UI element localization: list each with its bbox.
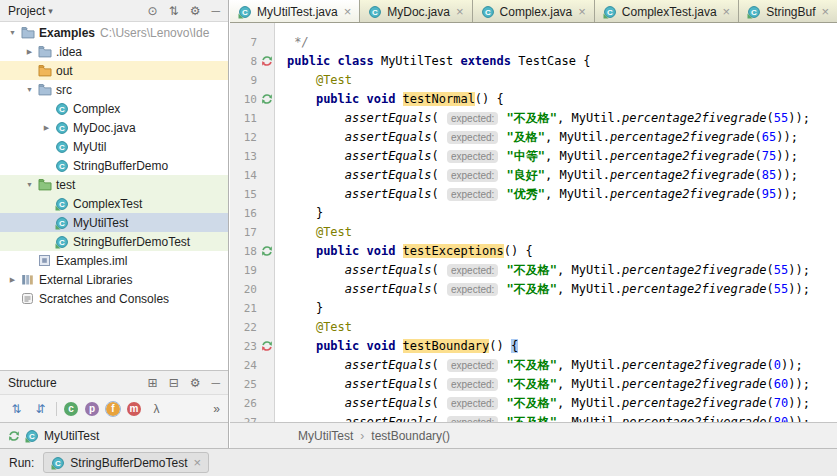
show-fields-icon[interactable]: f bbox=[106, 402, 120, 416]
collapse-all-icon[interactable]: ⇅ bbox=[169, 5, 179, 17]
test-class-icon: C bbox=[25, 429, 39, 443]
code-text: } bbox=[287, 204, 323, 223]
code-line-19[interactable]: 19 assertEquals( expected: "不及格", MyUtil… bbox=[230, 261, 837, 280]
tree-item-out[interactable]: out bbox=[0, 61, 228, 80]
project-panel-title[interactable]: Project bbox=[8, 4, 45, 18]
tree-item-scratches-and-consoles[interactable]: Scratches and Consoles bbox=[0, 289, 228, 308]
code-line-11[interactable]: 11 assertEquals( expected: "不及格", MyUtil… bbox=[230, 109, 837, 128]
code-line-16[interactable]: 16 } bbox=[230, 204, 837, 223]
editor-tab-myutiltest-java[interactable]: CMyUtilTest.java× bbox=[230, 0, 360, 23]
code-line-21[interactable]: 21 } bbox=[230, 299, 837, 318]
editor-tab-stringbuf[interactable]: CStringBuf× bbox=[739, 0, 837, 23]
svg-text:C: C bbox=[55, 459, 61, 468]
class-run-gutter-icon[interactable] bbox=[261, 340, 273, 352]
show-methods-icon[interactable]: m bbox=[127, 402, 141, 416]
test-class-icon: C bbox=[51, 456, 65, 470]
close-tab-icon[interactable]: × bbox=[344, 5, 352, 18]
show-lambdas-icon[interactable]: λ bbox=[148, 400, 165, 417]
code-line-18[interactable]: 18 public void testExceptions() { bbox=[230, 242, 837, 261]
code-line-27[interactable]: 27 assertEquals( expected: "不及格", MyUtil… bbox=[230, 413, 837, 422]
code-line-17[interactable]: 17 @Test bbox=[230, 223, 837, 242]
svg-text:C: C bbox=[607, 8, 613, 17]
tree-item--idea[interactable]: ▶.idea bbox=[0, 42, 228, 61]
tree-item-src[interactable]: ▼src bbox=[0, 80, 228, 99]
code-line-25[interactable]: 25 assertEquals( expected: "不及格", MyUtil… bbox=[230, 375, 837, 394]
code-line-23[interactable]: 23 public void testBoundary() { bbox=[230, 337, 837, 356]
tree-item-complex[interactable]: CComplex bbox=[0, 99, 228, 118]
expanded-arrow-icon[interactable]: ▼ bbox=[23, 86, 36, 93]
test-run-gutter-icon[interactable] bbox=[261, 245, 273, 257]
tree-item-examples[interactable]: ▼ExamplesC:\Users\Lenovo\Ide bbox=[0, 23, 228, 42]
show-classes-icon[interactable]: c bbox=[64, 402, 78, 416]
line-number: 15 bbox=[230, 185, 257, 204]
hide-panel-icon[interactable]: ─ bbox=[211, 377, 220, 389]
show-properties-icon[interactable]: p bbox=[85, 402, 99, 416]
code-line-22[interactable]: 22 @Test bbox=[230, 318, 837, 337]
tree-item-test[interactable]: ▼test bbox=[0, 175, 228, 194]
run-tab-stringbufferdemotest[interactable]: C StringBufferDemoTest × bbox=[43, 452, 209, 473]
tree-item-examples-iml[interactable]: Examples.iml bbox=[0, 251, 228, 270]
tree-item-myutil[interactable]: CMyUtil bbox=[0, 137, 228, 156]
tree-item-stringbufferdemo[interactable]: CStringBufferDemo bbox=[0, 156, 228, 175]
close-tab-icon[interactable]: × bbox=[456, 5, 464, 18]
hide-panel-icon[interactable]: ─ bbox=[211, 5, 220, 17]
code-line-20[interactable]: 20 assertEquals( expected: "不及格", MyUtil… bbox=[230, 280, 837, 299]
code-line-12[interactable]: 12 assertEquals( expected: "及格", MyUtil.… bbox=[230, 128, 837, 147]
editor-tab-complextest-java[interactable]: CComplexTest.java× bbox=[595, 0, 739, 23]
expanded-arrow-icon[interactable]: ▼ bbox=[23, 181, 36, 188]
settings-icon[interactable]: ⚙ bbox=[190, 5, 201, 17]
code-line-24[interactable]: 24 assertEquals( expected: "不及格", MyUtil… bbox=[230, 356, 837, 375]
test-class-icon: C bbox=[603, 5, 617, 19]
sort-by-visibility-icon[interactable]: ⇵ bbox=[32, 400, 49, 417]
sort-alphabetically-icon[interactable]: ⇅ bbox=[8, 400, 25, 417]
close-tab-icon[interactable]: × bbox=[822, 5, 830, 18]
tab-label: MyUtilTest.java bbox=[257, 5, 338, 19]
chevron-down-icon[interactable]: ▾ bbox=[48, 6, 53, 16]
editor[interactable]: 7 */8public class MyUtilTest extends Tes… bbox=[230, 23, 837, 422]
code-line-10[interactable]: 10 public void testNormal() { bbox=[230, 90, 837, 109]
tree-item-complextest[interactable]: CComplexTest bbox=[0, 194, 228, 213]
run-config-label[interactable]: MyUtilTest bbox=[44, 429, 99, 443]
tree-item-label: External Libraries bbox=[39, 273, 132, 287]
svg-text:C: C bbox=[59, 124, 65, 133]
editor-tab-mydoc-java[interactable]: CMyDoc.java× bbox=[360, 0, 472, 23]
collapsed-arrow-icon[interactable]: ▶ bbox=[40, 124, 53, 132]
test-class-icon: C bbox=[747, 5, 761, 19]
tree-item-stringbufferdemotest[interactable]: CStringBufferDemoTest bbox=[0, 232, 228, 251]
test-run-gutter-icon[interactable] bbox=[261, 93, 273, 105]
editor-tab-complex-java[interactable]: CComplex.java× bbox=[473, 0, 595, 23]
structure-toolbar: ⇅⇵cpfmλ» bbox=[0, 394, 228, 422]
tree-item-label: Complex bbox=[73, 102, 120, 116]
expand-all-icon[interactable]: ⊞ bbox=[148, 377, 158, 389]
code-line-26[interactable]: 26 assertEquals( expected: "不及格", MyUtil… bbox=[230, 394, 837, 413]
breadcrumb-item[interactable]: testBoundary() bbox=[371, 429, 450, 443]
rerun-tests-icon[interactable] bbox=[8, 430, 20, 442]
code-line-8[interactable]: 8public class MyUtilTest extends TestCas… bbox=[230, 52, 837, 71]
line-number: 26 bbox=[230, 394, 257, 413]
collapse-all-icon[interactable]: ⊟ bbox=[169, 377, 179, 389]
code-line-13[interactable]: 13 assertEquals( expected: "中等", MyUtil.… bbox=[230, 147, 837, 166]
code-text: */ bbox=[287, 33, 309, 52]
tree-item-myutiltest[interactable]: CMyUtilTest bbox=[0, 213, 228, 232]
line-number: 8 bbox=[230, 52, 257, 71]
class-run-gutter-icon[interactable] bbox=[261, 55, 273, 67]
close-tab-icon[interactable]: × bbox=[578, 5, 586, 18]
collapsed-arrow-icon[interactable]: ▶ bbox=[6, 276, 19, 284]
locate-icon[interactable]: ⊙ bbox=[148, 5, 158, 17]
settings-icon[interactable]: ⚙ bbox=[190, 377, 201, 389]
expanded-arrow-icon[interactable]: ▼ bbox=[6, 29, 19, 36]
code-line-14[interactable]: 14 assertEquals( expected: "良好", MyUtil.… bbox=[230, 166, 837, 185]
collapsed-arrow-icon[interactable]: ▶ bbox=[23, 48, 36, 56]
line-number: 27 bbox=[230, 413, 257, 422]
code-line-7[interactable]: 7 */ bbox=[230, 33, 837, 52]
close-icon[interactable]: × bbox=[194, 456, 202, 469]
tree-item-mydoc-java[interactable]: ▶CMyDoc.java bbox=[0, 118, 228, 137]
structure-panel-header: Structure ⊞⊟⚙─ bbox=[0, 370, 228, 394]
code-line-9[interactable]: 9 @Test bbox=[230, 71, 837, 90]
code-line-15[interactable]: 15 assertEquals( expected: "优秀", MyUtil.… bbox=[230, 185, 837, 204]
code-text: assertEquals( expected: "不及格", MyUtil.pe… bbox=[287, 109, 810, 128]
tree-item-external-libraries[interactable]: ▶External Libraries bbox=[0, 270, 228, 289]
close-tab-icon[interactable]: × bbox=[723, 5, 731, 18]
breadcrumb-item[interactable]: MyUtilTest bbox=[298, 429, 353, 443]
more-icon[interactable]: » bbox=[213, 403, 220, 415]
